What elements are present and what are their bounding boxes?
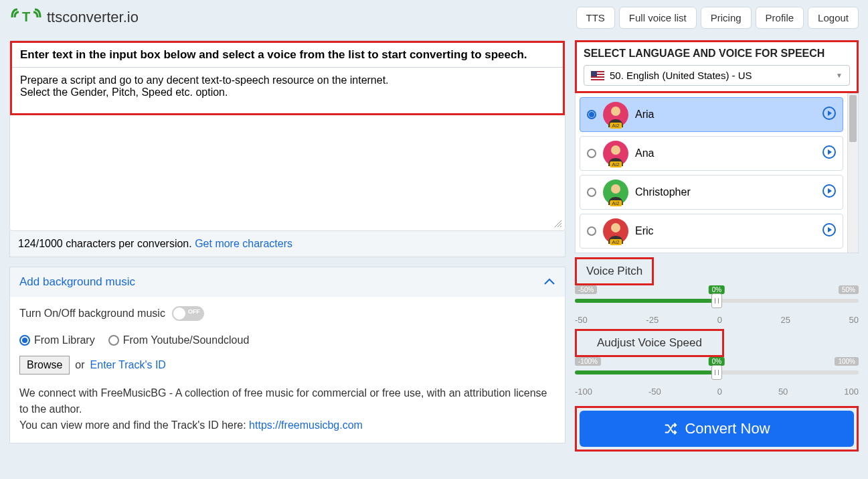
svg-point-16 [611, 223, 620, 232]
music-desc-2-prefix: You can view more and find the Track's I… [19, 419, 249, 431]
chevron-up-icon [543, 275, 555, 289]
voice-list-container: Ai2AriaAi2AnaAi2ChristopherAi2Eric [575, 93, 859, 253]
nav-logout[interactable]: Logout [808, 7, 859, 29]
nav-pricing[interactable]: Pricing [701, 7, 752, 29]
voice-item-ana[interactable]: Ai2Ana [580, 136, 843, 171]
get-more-characters-link[interactable]: Get more characters [195, 238, 292, 249]
music-desc-1: We connect with FreeMusicBG - A collecti… [19, 385, 555, 417]
browse-button[interactable]: Browse [19, 356, 70, 374]
radio-from-external[interactable]: From Youtube/Soundcloud [108, 334, 250, 346]
ai-badge: Ai2 [610, 123, 622, 129]
voice-list: Ai2AriaAi2AnaAi2ChristopherAi2Eric [575, 93, 848, 253]
voice-name: Christopher [635, 186, 691, 198]
voice-radio-icon [587, 188, 596, 197]
voice-radio-icon [587, 226, 596, 236]
shuffle-icon [663, 421, 678, 436]
nav-full-voice-list[interactable]: Full voice list [619, 7, 697, 29]
resize-handle-icon[interactable] [554, 220, 562, 228]
radio-from-library[interactable]: From Library [19, 334, 95, 346]
charcount-text: 124/1000 characters per conversion. [18, 238, 195, 249]
avatar-icon: Ai2 [603, 180, 628, 205]
pitch-label: Voice Pitch [575, 257, 654, 285]
nav-buttons: TTS Full voice list Pricing Profile Logo… [576, 7, 859, 29]
pitch-slider[interactable]: -50% 0% 50% [575, 292, 859, 310]
voice-name: Eric [635, 225, 654, 237]
topbar: T ttsconverter.io TTS Full voice list Pr… [0, 0, 868, 35]
site-name: ttsconverter.io [47, 9, 139, 26]
play-icon[interactable] [822, 223, 836, 239]
text-input[interactable] [12, 68, 563, 111]
avatar-icon: Ai2 [603, 141, 628, 166]
text-input-extra-space[interactable] [10, 115, 565, 228]
voice-radio-icon [587, 149, 596, 158]
svg-text:T: T [22, 9, 30, 24]
avatar-icon: Ai2 [603, 102, 628, 127]
play-icon[interactable] [822, 145, 836, 161]
convert-wrap: Convert Now [575, 406, 859, 452]
scrollbar-thumb[interactable] [849, 95, 857, 142]
play-icon[interactable] [822, 107, 836, 123]
freemusicbg-link[interactable]: https://freemusicbg.com [249, 419, 363, 431]
svg-rect-5 [591, 71, 597, 76]
radio-checked-icon [19, 335, 30, 346]
svg-point-10 [611, 145, 620, 155]
toggle-label: Turn On/Off background music [19, 307, 165, 320]
speed-label: Audjust Voice Speed [575, 329, 724, 357]
voice-radio-icon [587, 110, 596, 119]
nav-tts[interactable]: TTS [576, 7, 615, 29]
language-panel: SELECT LANGUAGE AND VOICE FOR SPEECH 50.… [575, 40, 859, 93]
speed-ticks: -100 -50 0 50 100 [575, 387, 859, 397]
logo-icon: T [9, 5, 43, 29]
background-music-accordion: Add background music Turn On/Off backgro… [9, 267, 566, 443]
us-flag-icon [591, 71, 604, 80]
caret-down-icon: ▼ [836, 72, 843, 79]
selected-language: 50. English (United States) - US [610, 70, 752, 81]
text-input-panel: Enter text in the input box below and se… [9, 40, 566, 231]
enter-track-link[interactable]: Enter Track's ID [90, 359, 166, 371]
avatar-icon: Ai2 [603, 218, 628, 244]
voice-name: Aria [635, 109, 654, 121]
voice-item-eric[interactable]: Ai2Eric [580, 214, 843, 249]
voice-item-christopher[interactable]: Ai2Christopher [580, 175, 843, 210]
accordion-header[interactable]: Add background music [10, 267, 565, 297]
ai-badge: Ai2 [610, 200, 622, 206]
speed-max-badge: 100% [835, 357, 859, 366]
voice-item-aria[interactable]: Ai2Aria [580, 97, 843, 132]
voice-scrollbar[interactable] [848, 93, 859, 253]
pitch-ticks: -50 -25 0 25 50 [575, 315, 859, 325]
pitch-min-badge: -50% [575, 285, 597, 294]
speed-block: Audjust Voice Speed -100% 0% 100% -100 -… [575, 329, 859, 397]
language-select[interactable]: 50. English (United States) - US ▼ [584, 65, 850, 86]
speed-slider[interactable]: -100% 0% 100% [575, 364, 859, 381]
bg-music-toggle[interactable]: OFF [172, 306, 204, 321]
ai-badge: Ai2 [610, 161, 622, 167]
or-text: or [75, 359, 84, 371]
speed-min-badge: -100% [575, 357, 601, 366]
logo[interactable]: T ttsconverter.io [9, 5, 139, 29]
svg-point-13 [611, 184, 620, 194]
svg-rect-4 [591, 78, 604, 79]
speed-thumb[interactable] [711, 365, 722, 380]
voice-name: Ana [635, 147, 654, 159]
play-icon[interactable] [822, 184, 836, 200]
accordion-title: Add background music [19, 275, 135, 289]
ai-badge: Ai2 [610, 239, 622, 245]
lang-title: SELECT LANGUAGE AND VOICE FOR SPEECH [584, 48, 850, 60]
pitch-block: Voice Pitch -50% 0% 50% -50 -25 0 25 50 [575, 257, 859, 325]
input-label: Enter text in the input box below and se… [12, 43, 563, 68]
pitch-max-badge: 50% [839, 285, 859, 294]
svg-point-7 [611, 107, 620, 116]
pitch-thumb[interactable] [711, 293, 722, 308]
radio-unchecked-icon [108, 335, 119, 346]
convert-button[interactable]: Convert Now [580, 411, 854, 447]
nav-profile[interactable]: Profile [756, 7, 804, 29]
charcount: 124/1000 characters per conversion. Get … [9, 231, 566, 257]
